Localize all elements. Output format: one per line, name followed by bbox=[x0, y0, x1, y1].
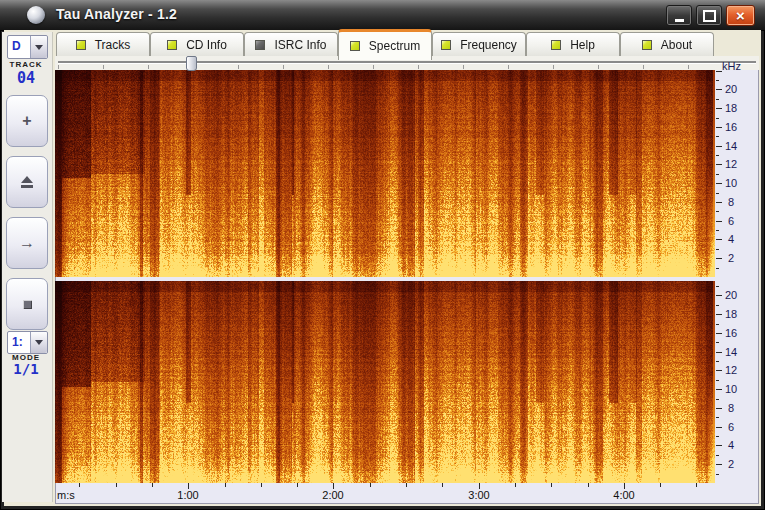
freq-tick bbox=[716, 286, 719, 287]
tab-label: Tracks bbox=[95, 38, 131, 52]
time-tick bbox=[442, 483, 443, 487]
freq-tick-label: 4 bbox=[722, 439, 740, 451]
freq-tick-label: 16 bbox=[722, 121, 740, 133]
freq-tick-label: 2 bbox=[722, 458, 740, 470]
chevron-down-icon[interactable] bbox=[30, 36, 47, 58]
tab-label: ISRC Info bbox=[274, 38, 326, 52]
mode-combo[interactable]: 1: bbox=[7, 331, 48, 354]
freq-tick bbox=[716, 380, 719, 381]
track-combo[interactable]: D bbox=[7, 35, 48, 59]
slider-track[interactable] bbox=[58, 61, 756, 64]
slider-tick bbox=[643, 65, 644, 69]
time-tick bbox=[370, 483, 371, 487]
minimize-button[interactable] bbox=[666, 5, 692, 26]
eject-bar-icon bbox=[21, 185, 33, 188]
slider-tick bbox=[688, 65, 689, 69]
slider-tick bbox=[148, 65, 149, 69]
freq-tick-label: 18 bbox=[722, 308, 740, 320]
tab-tracks[interactable]: Tracks bbox=[56, 32, 150, 56]
tab-isrc-info[interactable]: ISRC Info bbox=[244, 32, 338, 56]
slider-tick bbox=[508, 65, 509, 69]
tab-label: CD Info bbox=[186, 38, 227, 52]
freq-tick-label: 16 bbox=[722, 327, 740, 339]
slider-tick bbox=[58, 65, 59, 69]
stop-button[interactable] bbox=[6, 278, 48, 330]
spectrogram-right-channel bbox=[55, 281, 715, 483]
freq-tick-label: 8 bbox=[722, 402, 740, 414]
freq-tick bbox=[716, 211, 719, 212]
spectrogram-left-channel bbox=[55, 70, 715, 277]
freq-tick bbox=[716, 249, 719, 250]
window-title: Tau Analyzer - 1.2 bbox=[56, 6, 177, 22]
add-button[interactable]: + bbox=[6, 95, 48, 147]
freq-tick bbox=[716, 436, 719, 437]
time-axis-unit: m:s bbox=[57, 489, 75, 501]
freq-tick bbox=[716, 399, 719, 400]
maximize-button[interactable] bbox=[696, 5, 722, 26]
freq-tick-label: 8 bbox=[722, 196, 740, 208]
time-tick bbox=[551, 483, 552, 487]
time-tick bbox=[406, 483, 407, 487]
tab-indicator-icon bbox=[76, 40, 86, 50]
slider-tick bbox=[553, 65, 554, 69]
freq-tick bbox=[716, 230, 719, 231]
time-tick bbox=[660, 483, 661, 487]
freq-tick-label: 6 bbox=[722, 215, 740, 227]
window-controls: × bbox=[666, 5, 755, 26]
arrow-right-icon: → bbox=[19, 235, 35, 251]
forward-button[interactable]: → bbox=[6, 217, 48, 269]
freq-tick bbox=[716, 99, 719, 100]
tab-label: Spectrum bbox=[369, 39, 420, 53]
slider-tick bbox=[418, 65, 419, 69]
tab-label: Help bbox=[570, 38, 595, 52]
freq-tick bbox=[716, 80, 719, 81]
tab-spectrum[interactable]: Spectrum bbox=[338, 29, 432, 60]
freq-tick-label: 14 bbox=[722, 346, 740, 358]
stop-icon bbox=[23, 300, 32, 309]
freq-tick bbox=[716, 324, 719, 325]
chevron-down-icon[interactable] bbox=[30, 332, 47, 353]
tab-indicator-icon bbox=[551, 40, 561, 50]
title-bar[interactable]: Tau Analyzer - 1.2 × bbox=[0, 0, 765, 31]
tab-frequency[interactable]: Frequency bbox=[432, 32, 526, 56]
freq-tick bbox=[716, 136, 719, 137]
time-tick bbox=[515, 483, 516, 487]
close-button[interactable]: × bbox=[726, 5, 755, 26]
freq-tick bbox=[716, 268, 719, 269]
plus-icon: + bbox=[22, 113, 31, 129]
slider-tick bbox=[328, 65, 329, 69]
time-tick-label: 4:00 bbox=[607, 489, 641, 501]
time-tick bbox=[297, 483, 298, 487]
freq-tick-label: 12 bbox=[722, 364, 740, 376]
time-tick-label: 3:00 bbox=[462, 489, 496, 501]
tab-cd-info[interactable]: CD Info bbox=[150, 32, 244, 56]
slider-tick bbox=[463, 65, 464, 69]
freq-tick-label: 6 bbox=[722, 421, 740, 433]
freq-tick bbox=[716, 193, 719, 194]
tab-indicator-icon bbox=[441, 40, 451, 50]
freq-tick bbox=[716, 305, 719, 306]
tab-label: About bbox=[661, 38, 692, 52]
time-tick bbox=[225, 483, 226, 487]
slider-tick bbox=[598, 65, 599, 69]
app-window: Tau Analyzer - 1.2 × TracksCD InfoISRC I… bbox=[0, 0, 765, 510]
freq-tick-label: 18 bbox=[722, 102, 740, 114]
time-tick bbox=[116, 483, 117, 487]
slider-tick bbox=[373, 65, 374, 69]
tab-indicator-icon bbox=[255, 40, 265, 50]
freq-tick bbox=[716, 474, 719, 475]
freq-tick-label: 20 bbox=[722, 289, 740, 301]
freq-tick-label: 10 bbox=[722, 383, 740, 395]
time-tick-label: 1:00 bbox=[171, 489, 205, 501]
slider-tick bbox=[103, 65, 104, 69]
time-tick bbox=[696, 483, 697, 487]
time-tick bbox=[261, 483, 262, 487]
slider-thumb[interactable] bbox=[186, 56, 197, 71]
time-tick-label: 2:00 bbox=[316, 489, 350, 501]
eject-button[interactable] bbox=[6, 156, 48, 208]
app-icon bbox=[27, 6, 45, 24]
freq-tick bbox=[716, 155, 719, 156]
tab-about[interactable]: About bbox=[620, 32, 714, 56]
time-tick bbox=[79, 483, 80, 487]
tab-help[interactable]: Help bbox=[526, 32, 620, 56]
